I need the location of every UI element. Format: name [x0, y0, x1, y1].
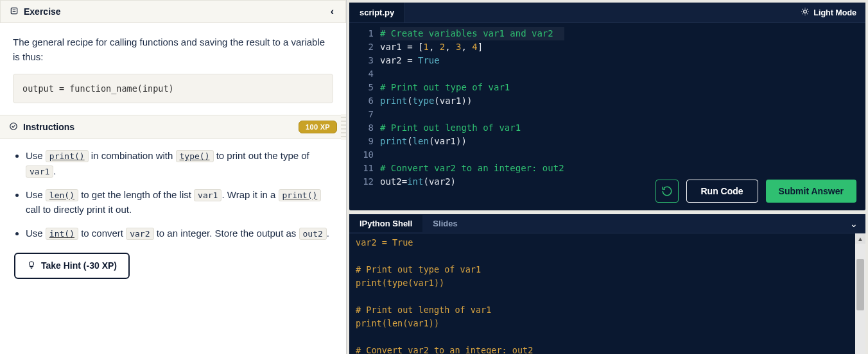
svg-point-1 [10, 123, 17, 130]
code-content[interactable]: # Create variables var1 and var2var1 = [… [380, 27, 564, 210]
take-hint-button[interactable]: Take Hint (-30 XP) [14, 253, 130, 279]
collapse-left-icon[interactable]: ‹ [328, 6, 336, 17]
shell-panel: IPython Shell Slides ⌄ var2 = True # Pri… [349, 214, 865, 354]
instructions-header: Instructions 100 XP [0, 115, 346, 139]
light-mode-label: Light Mode [813, 8, 856, 17]
left-panel: Exercise ‹ The general recipe for callin… [0, 0, 347, 354]
editor-actions: Run Code Submit Answer [655, 180, 857, 203]
reset-button[interactable] [655, 180, 679, 203]
instruction-item: Use print() in combination with type() t… [26, 148, 332, 178]
instruction-item: Use int() to convert var2 to an integer.… [26, 226, 332, 240]
light-mode-toggle[interactable]: Light Mode [801, 7, 865, 18]
shell-tabs: IPython Shell Slides ⌄ [349, 214, 865, 233]
exercise-body: The general recipe for calling functions… [0, 23, 346, 115]
editor-tabs: script.py Light Mode [349, 3, 865, 23]
right-panel: script.py Light Mode 123456789101112 # C… [347, 0, 868, 354]
check-icon [9, 122, 18, 133]
hint-label: Take Hint (-30 XP) [41, 260, 117, 271]
shell-output[interactable]: var2 = True # Print out type of var1prin… [349, 233, 865, 354]
scroll-up-icon[interactable]: ▲ [855, 233, 865, 244]
tab-script[interactable]: script.py [349, 3, 405, 22]
resize-gutter[interactable] [341, 114, 346, 140]
instructions-body: Use print() in combination with type() t… [0, 139, 346, 287]
reset-icon [661, 185, 673, 197]
example-codeblock: output = function_name(input) [13, 74, 333, 104]
code-editor: script.py Light Mode 123456789101112 # C… [349, 3, 865, 210]
tab-ipython-shell[interactable]: IPython Shell [349, 215, 422, 232]
instructions-title: Instructions [23, 122, 74, 132]
shell-collapse-icon[interactable]: ⌄ [842, 219, 865, 229]
instructions-list: Use print() in combination with type() t… [14, 148, 332, 240]
tab-slides[interactable]: Slides [422, 215, 467, 232]
bulb-icon [27, 260, 36, 271]
sun-icon [801, 7, 810, 18]
run-code-button[interactable]: Run Code [686, 180, 758, 203]
svg-point-2 [804, 10, 807, 13]
line-numbers: 123456789101112 [349, 27, 380, 210]
submit-answer-button[interactable]: Submit Answer [766, 180, 856, 203]
exercise-title: Exercise [24, 6, 61, 17]
scroll-thumb[interactable] [856, 259, 864, 310]
exercise-header: Exercise ‹ [0, 0, 346, 23]
exercise-text: The general recipe for calling functions… [13, 35, 333, 65]
exercise-icon [10, 6, 19, 17]
instruction-item: Use len() to get the length of the list … [26, 187, 332, 217]
xp-badge: 100 XP [299, 121, 337, 133]
shell-scrollbar[interactable]: ▲ [855, 233, 865, 354]
